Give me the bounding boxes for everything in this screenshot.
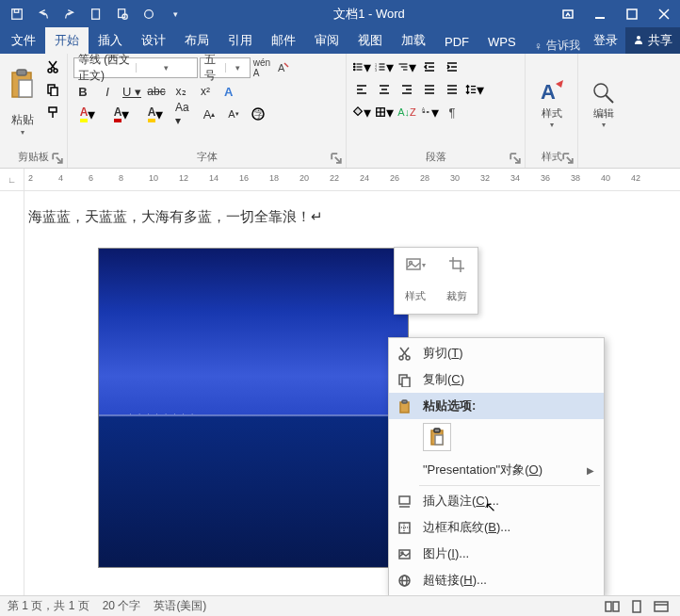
- picture-styles-icon[interactable]: ▾: [405, 254, 426, 275]
- paragraph-launcher[interactable]: [510, 153, 521, 164]
- touch-mode-button[interactable]: [138, 3, 160, 25]
- word-count[interactable]: 20 个字: [103, 598, 141, 614]
- ctx-paste-options[interactable]: 粘贴选项:: [389, 393, 604, 419]
- line-spacing-button[interactable]: ▾: [465, 80, 484, 99]
- tab-view[interactable]: 视图: [348, 27, 392, 54]
- distributed-button[interactable]: [443, 80, 461, 99]
- print-preview-button[interactable]: [111, 3, 134, 25]
- tab-home[interactable]: 开始: [45, 27, 89, 54]
- ctx-cut[interactable]: 剪切(T): [389, 340, 604, 366]
- new-button[interactable]: [85, 3, 107, 25]
- group-paragraph: ▾ 123▾ ▾ ▾ ▾ ▾ A↓Z A▾ ¶: [347, 54, 526, 168]
- web-layout-button[interactable]: [650, 598, 672, 615]
- share-button[interactable]: 共享: [625, 27, 680, 54]
- highlight-button[interactable]: A ▾: [73, 105, 102, 123]
- page-indicator[interactable]: 第 1 页，共 1 页: [8, 598, 89, 614]
- grow-font-button[interactable]: A▴: [200, 105, 219, 123]
- subscript-button[interactable]: x₂: [171, 82, 190, 101]
- ctx-presentation-object[interactable]: "Presentation"对象(O) ▶: [389, 457, 604, 483]
- bold-button[interactable]: B: [73, 82, 92, 101]
- undo-button[interactable]: [32, 3, 55, 25]
- editing-button[interactable]: 编辑 ▾: [591, 57, 617, 151]
- bullets-button[interactable]: ▾: [352, 57, 371, 76]
- qat-customize-dropdown[interactable]: ▾: [164, 3, 186, 25]
- multilevel-list-button[interactable]: ▾: [397, 57, 416, 76]
- tab-references[interactable]: 引用: [219, 27, 262, 54]
- print-layout-button[interactable]: [625, 598, 648, 615]
- group-clipboard-label: 剪贴板: [0, 148, 67, 168]
- superscript-button[interactable]: x²: [196, 82, 215, 101]
- tab-layout[interactable]: 布局: [175, 27, 219, 54]
- ctx-hyperlink[interactable]: 超链接(H)...: [389, 567, 604, 593]
- horizontal-ruler[interactable]: ∟ 24681012141618202224262830323436384042: [0, 169, 680, 191]
- tab-insert[interactable]: 插入: [89, 27, 132, 54]
- read-mode-button[interactable]: [601, 598, 623, 615]
- styles-launcher[interactable]: [562, 153, 574, 164]
- tab-review[interactable]: 审阅: [305, 27, 348, 54]
- svg-point-11: [637, 36, 640, 40]
- ctx-insert-caption[interactable]: 插入题注(C)...: [389, 488, 604, 514]
- borders-button[interactable]: ▾: [375, 103, 394, 122]
- ribbon-display-button[interactable]: [552, 0, 584, 28]
- shading-button[interactable]: ▾: [352, 103, 371, 122]
- align-right-button[interactable]: [397, 80, 416, 99]
- sign-in-button[interactable]: 登录: [586, 27, 625, 54]
- sort-button[interactable]: A↓Z: [397, 103, 416, 122]
- inserted-image[interactable]: · · · · · · · ·: [98, 248, 409, 568]
- character-shading-button[interactable]: A ▾: [141, 105, 170, 123]
- asian-layout-button[interactable]: A▾: [420, 103, 439, 122]
- body-text[interactable]: 海蓝蓝，天蓝蓝，大海有多蓝，一切全靠浪！↵: [28, 208, 676, 226]
- tab-wps[interactable]: WPS: [478, 30, 526, 54]
- numbering-button[interactable]: 123▾: [375, 57, 394, 76]
- copy-button[interactable]: [43, 80, 62, 99]
- change-case-button[interactable]: Aa ▾: [175, 105, 194, 123]
- strikethrough-button[interactable]: abc: [147, 82, 166, 101]
- save-button[interactable]: [6, 3, 28, 25]
- decrease-indent-button[interactable]: [420, 57, 439, 76]
- align-center-button[interactable]: [375, 80, 394, 99]
- document-title: 文档1 - Word: [186, 6, 552, 23]
- enclose-characters-button[interactable]: 字: [249, 105, 267, 123]
- shrink-font-button[interactable]: A▾: [224, 105, 243, 123]
- redo-button[interactable]: [58, 3, 81, 25]
- editing-label: 编辑: [593, 106, 614, 121]
- text-effects-button[interactable]: A: [220, 82, 239, 101]
- tab-mailings[interactable]: 邮件: [262, 27, 305, 54]
- increase-indent-button[interactable]: [443, 57, 461, 76]
- ctx-picture[interactable]: 图片(I)...: [389, 541, 604, 567]
- justify-button[interactable]: [420, 80, 439, 99]
- tab-file[interactable]: 文件: [2, 27, 45, 54]
- italic-button[interactable]: I: [98, 82, 117, 101]
- show-hide-button[interactable]: ¶: [443, 103, 461, 122]
- font-launcher[interactable]: [331, 153, 342, 164]
- clipboard-launcher[interactable]: [52, 153, 63, 164]
- minimize-button[interactable]: [584, 0, 616, 28]
- ctx-copy[interactable]: 复制(C): [389, 366, 604, 393]
- ctx-borders-shading[interactable]: 边框和底纹(B)...: [389, 514, 604, 541]
- align-left-button[interactable]: [352, 80, 371, 99]
- format-painter-button[interactable]: [43, 103, 62, 122]
- vertical-ruler[interactable]: [0, 191, 24, 595]
- font-size-combo[interactable]: 五号▾: [200, 57, 251, 78]
- clear-formatting-button[interactable]: A: [273, 58, 292, 77]
- underline-button[interactable]: U ▾: [122, 82, 141, 101]
- ctx-presentation-label: "Presentation"对象(O): [423, 462, 579, 478]
- tab-addins[interactable]: 加载: [392, 27, 435, 54]
- font-color-button[interactable]: A ▾: [107, 105, 136, 123]
- maximize-button[interactable]: [616, 0, 648, 28]
- font-name-combo[interactable]: 等线 (西文正文)▾: [73, 57, 198, 78]
- close-button[interactable]: [648, 0, 680, 28]
- tab-design[interactable]: 设计: [132, 27, 175, 54]
- paste-button[interactable]: 粘贴 ▾: [6, 57, 40, 148]
- styles-icon: A: [537, 76, 567, 106]
- crop-icon[interactable]: [446, 254, 467, 275]
- phonetic-guide-button[interactable]: wénA: [252, 58, 271, 77]
- styles-button[interactable]: A 样式 ▾: [537, 57, 567, 148]
- chevron-right-icon: ▶: [587, 465, 594, 476]
- language-indicator[interactable]: 英语(美国): [154, 598, 206, 614]
- paste-keep-source-button[interactable]: [423, 423, 451, 451]
- tab-pdf[interactable]: PDF: [435, 30, 478, 54]
- group-editing: 编辑 ▾: [578, 54, 629, 168]
- cut-button[interactable]: [43, 57, 62, 76]
- tell-me-search[interactable]: ♀ 告诉我: [528, 38, 586, 54]
